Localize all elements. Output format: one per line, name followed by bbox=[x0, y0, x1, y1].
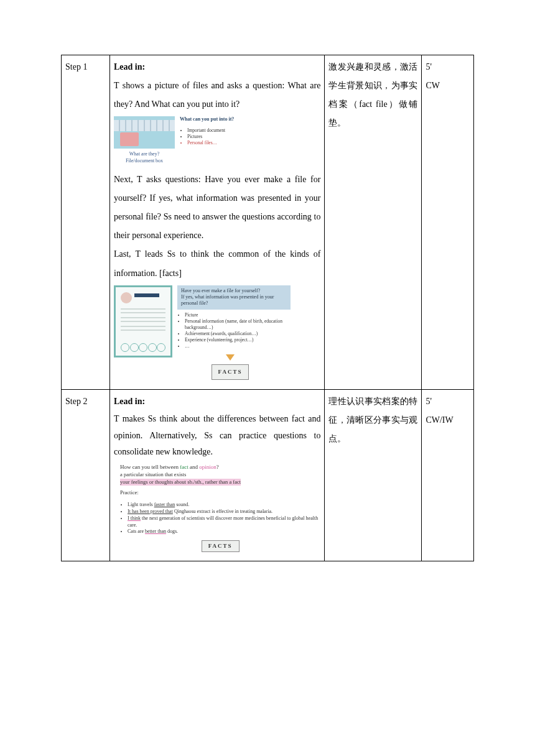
slide-thumbnail-2: Have you ever make a file for yourself? … bbox=[114, 285, 320, 381]
document-page: Step 1 Lead in: T shows a picture of fil… bbox=[0, 0, 535, 756]
thumb2-list: Picture Personal information (name, date… bbox=[177, 312, 289, 350]
chart-and: and bbox=[188, 464, 200, 470]
time-text: 5' bbox=[426, 58, 470, 76]
chart-fact-word: fact bbox=[180, 464, 188, 470]
time-cell: 5' CW bbox=[422, 55, 474, 390]
list-item: Achievement (awards, qualification…) bbox=[185, 331, 289, 337]
activity-paragraph: Last, T leads Ss to think the common of … bbox=[114, 245, 320, 282]
thumb1-caption-a: File/document box bbox=[114, 158, 175, 164]
list-item: Light travels faster than sound. bbox=[128, 502, 320, 509]
list-item: Picture bbox=[185, 312, 289, 318]
arrow-down-icon bbox=[226, 354, 235, 361]
list-item: … bbox=[185, 343, 289, 349]
list-item: Personal information (name, date of birt… bbox=[185, 318, 289, 331]
facts-badge: FACTS bbox=[212, 364, 249, 380]
slide-thumbnail-3: How can you tell between fact and opinio… bbox=[114, 463, 320, 552]
activity-paragraph: T shows a picture of files and asks a qu… bbox=[114, 76, 320, 114]
activity-paragraph: Next, T asks questions: Have you ever ma… bbox=[114, 170, 320, 245]
list-item: Important document bbox=[187, 127, 248, 134]
activity-cell: Lead in: T shows a picture of files and … bbox=[110, 55, 325, 390]
mode-text: CW/IW bbox=[426, 411, 470, 430]
list-item: I think the next generation of scientist… bbox=[128, 515, 320, 529]
list-item: It has been proved that Qinghaosu extrac… bbox=[128, 509, 320, 515]
chart-opinion-word: opinion bbox=[199, 464, 216, 470]
thumb2-question-box: Have you ever make a file for yourself? … bbox=[177, 285, 291, 310]
purpose-text: 激发兴趣和灵感，激活学生背景知识，为事实档案（fact file）做铺垫。 bbox=[328, 62, 417, 127]
list-item: Personal files… bbox=[187, 140, 248, 146]
time-cell: 5' CW/IW bbox=[422, 390, 474, 561]
step-cell: Step 2 bbox=[62, 390, 110, 561]
thumb2-q2: If yes, what information was presented i… bbox=[181, 294, 287, 307]
purpose-text: 理性认识事实档案的特征，清晰区分事实与观点。 bbox=[328, 397, 417, 443]
facts-badge: FACTS bbox=[202, 540, 240, 552]
time-text: 5' bbox=[426, 392, 470, 411]
chart-practice-list: Light travels faster than sound. It has … bbox=[120, 502, 320, 535]
chart-practice-label: Practice: bbox=[120, 489, 320, 497]
list-item: Pictures bbox=[187, 134, 248, 140]
purpose-cell: 激发兴趣和灵感，激活学生背景知识，为事实档案（fact file）做铺垫。 bbox=[325, 55, 422, 390]
table-row: Step 1 Lead in: T shows a picture of fil… bbox=[62, 55, 474, 390]
chart-def-fact: a particular situation that exists bbox=[120, 471, 320, 479]
thumb1-caption-q: What are they? bbox=[114, 151, 175, 157]
chart-def-opinion: your feelings or thoughts about sb./sth.… bbox=[120, 479, 241, 486]
files-image bbox=[114, 116, 175, 149]
chart-title-pre: How can you tell between bbox=[120, 464, 180, 470]
activity-cell: Lead in: T makes Ss think about the diff… bbox=[110, 390, 325, 561]
thumb1-question: What can you put into it? bbox=[180, 116, 248, 122]
mode-text: CW bbox=[426, 76, 470, 95]
chart-title: How can you tell between fact and opinio… bbox=[120, 463, 320, 471]
thumb1-list: Important document Pictures Personal fil… bbox=[180, 127, 248, 146]
chart-qmark: ? bbox=[216, 464, 219, 470]
table-row: Step 2 Lead in: T makes Ss think about t… bbox=[62, 390, 474, 561]
lead-in-label: Lead in: bbox=[114, 392, 320, 411]
list-item: Cats are better than dogs. bbox=[128, 528, 320, 535]
slide-thumbnail-1: What are they? File/document box What ca… bbox=[114, 116, 320, 164]
lesson-plan-table: Step 1 Lead in: T shows a picture of fil… bbox=[61, 55, 474, 561]
activity-paragraph: T makes Ss think about the differences b… bbox=[114, 411, 320, 461]
step-cell: Step 1 bbox=[62, 55, 110, 390]
list-item: Experience (volunteering, project…) bbox=[185, 337, 289, 343]
lead-in-label: Lead in: bbox=[114, 58, 320, 76]
thumb2-q1: Have you ever make a file for yourself? bbox=[181, 288, 287, 294]
resume-image bbox=[114, 285, 172, 357]
purpose-cell: 理性认识事实档案的特征，清晰区分事实与观点。 bbox=[325, 390, 422, 561]
